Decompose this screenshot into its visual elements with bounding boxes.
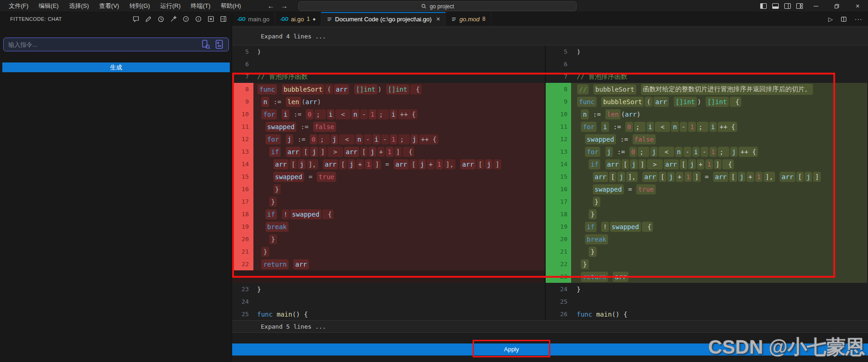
forward-icon[interactable]: → — [281, 2, 288, 10]
diff-pane-original: 5)67// 冒泡排序函数8func bubbleSort(arr []int)… — [232, 45, 545, 320]
code-token: [ — [729, 172, 737, 182]
line-number: 19 — [232, 220, 253, 233]
menu-f[interactable]: 文件(F) — [5, 1, 33, 11]
code-token: []int — [386, 84, 409, 94]
code-token: j — [605, 147, 613, 157]
code-token: j — [331, 134, 338, 144]
instruction-input[interactable] — [4, 41, 201, 48]
menu-t[interactable]: 终端(T) — [186, 1, 215, 11]
info-icon[interactable]: i — [195, 15, 202, 23]
pencil-icon[interactable] — [145, 15, 152, 23]
code-token: < — [659, 147, 674, 157]
code-token: ] — [493, 159, 501, 169]
expand-lines-top[interactable]: Expand 4 lines ... — [232, 27, 868, 45]
diff-line-original — [232, 270, 545, 283]
diff-line-original: 20 } — [232, 233, 545, 245]
code-token: break — [265, 222, 289, 232]
history-icon[interactable] — [157, 15, 165, 23]
expand-lines-bottom[interactable]: Expand 5 lines ... — [232, 320, 868, 333]
apply-button-label[interactable]: Apply — [504, 343, 519, 356]
code-search-icon[interactable] — [201, 39, 211, 50]
tab-label: go.mod — [460, 16, 480, 23]
tab-document-code-c-go-project-ai-go[interactable]: Document Code (c:\go project\ai.go)× — [321, 12, 446, 26]
diff-line-original: 16 } — [232, 183, 545, 195]
code-token: arr — [713, 172, 728, 182]
more-actions-icon[interactable]: ··· — [855, 15, 862, 23]
code-token: } — [269, 234, 277, 244]
code-token: i — [601, 122, 609, 132]
minimize-button[interactable]: ─ — [806, 0, 826, 12]
diff-line-modified: 20 break — [546, 233, 867, 245]
diff-line-modified: 6 — [546, 58, 867, 70]
code-token: arr — [394, 159, 409, 169]
split-editor-icon[interactable] — [840, 16, 847, 23]
generate-button[interactable]: 生成 — [2, 62, 230, 72]
code-token: bubbleSort — [601, 97, 644, 107]
go-icon: -GO — [280, 17, 288, 22]
tab-go-mod[interactable]: go.mod8 — [446, 12, 491, 26]
code-line: for j := 0; j < n-i-1; j++ { — [571, 145, 758, 158]
sidebar-title: FITTENCODE: CHAT — [10, 16, 62, 22]
line-number: 16 — [546, 183, 571, 195]
code-token: break — [585, 234, 608, 244]
menu-bar: 文件(F)编辑(E)选择(S)查看(V)转到(G)运行(R)终端(T)帮助(H) — [0, 1, 245, 11]
code-token: j — [411, 134, 418, 144]
code-token: func — [258, 84, 277, 94]
code-token — [289, 261, 293, 268]
code-line: if arr[j] > arr[j+1] { — [253, 145, 415, 158]
tab-main-go[interactable]: -GOmain.go — [232, 12, 275, 26]
code-token: = — [305, 173, 316, 181]
layout-sidebar-right-icon[interactable] — [782, 0, 794, 12]
svg-text:?: ? — [185, 17, 187, 21]
run-icon[interactable]: ▷ — [828, 16, 833, 23]
tab-badge: 1 — [307, 16, 310, 22]
back-icon[interactable]: ← — [267, 2, 274, 10]
diff-panes: 5)67// 冒泡排序函数8func bubbleSort(arr []int)… — [232, 45, 868, 320]
menu-e[interactable]: 编辑(E) — [35, 1, 63, 11]
comment-icon[interactable] — [132, 15, 140, 23]
code-token — [277, 111, 281, 118]
menu-r[interactable]: 运行(R) — [156, 1, 185, 11]
close-window-button[interactable]: × — [847, 0, 868, 12]
code-token: - — [381, 134, 388, 144]
line-number: 5 — [546, 45, 571, 58]
open-panel-icon[interactable] — [220, 15, 227, 23]
export-icon[interactable] — [207, 15, 215, 23]
layout-panel-icon[interactable] — [770, 0, 782, 12]
code-token — [257, 148, 269, 156]
code-token: - — [680, 122, 687, 132]
code-token — [609, 273, 612, 281]
line-number: 15 — [546, 170, 571, 183]
tab-ai-go[interactable]: -GOai.go1● — [275, 12, 321, 26]
wand-icon[interactable] — [170, 15, 177, 23]
code-token: // — [577, 84, 589, 94]
diff-line-modified: 23 return arr — [546, 270, 867, 283]
code-token — [577, 186, 592, 193]
line-number: 23 — [546, 270, 571, 283]
menu-s[interactable]: 选择(S) — [65, 1, 93, 11]
code-token: []int — [354, 84, 377, 94]
close-tab-icon[interactable]: × — [436, 15, 440, 23]
code-token: j — [650, 147, 658, 157]
menu-g[interactable]: 转到(G) — [125, 1, 154, 11]
code-token: j — [310, 147, 318, 157]
layout-customize-icon[interactable] — [794, 0, 806, 12]
help-icon[interactable]: ? — [182, 15, 190, 23]
code-token: for — [585, 147, 600, 157]
menu-v[interactable]: 查看(V) — [95, 1, 123, 11]
code-token: 1 — [709, 147, 717, 157]
code-token: func — [577, 97, 597, 107]
diff-line-modified: 10 n := len(arr) — [546, 108, 867, 120]
image-file-icon[interactable] — [215, 39, 225, 50]
menu-h[interactable]: 帮助(H) — [216, 1, 245, 11]
layout-sidebar-left-icon[interactable] — [757, 0, 770, 12]
fittencode-chat-panel: 生成 — [0, 26, 232, 362]
code-line: } — [253, 245, 270, 258]
code-token: main — [277, 311, 292, 318]
code-token: ] — [813, 172, 820, 182]
command-center-search[interactable]: go project — [298, 1, 577, 11]
diff-line-modified: 12 swapped := false — [546, 133, 867, 145]
code-line: } — [571, 195, 601, 208]
restore-button[interactable] — [826, 0, 847, 12]
diff-pane-modified: 5)67// 冒泡排序函数8// bubbleSort 函数对给定的整数切片进行… — [545, 45, 867, 320]
